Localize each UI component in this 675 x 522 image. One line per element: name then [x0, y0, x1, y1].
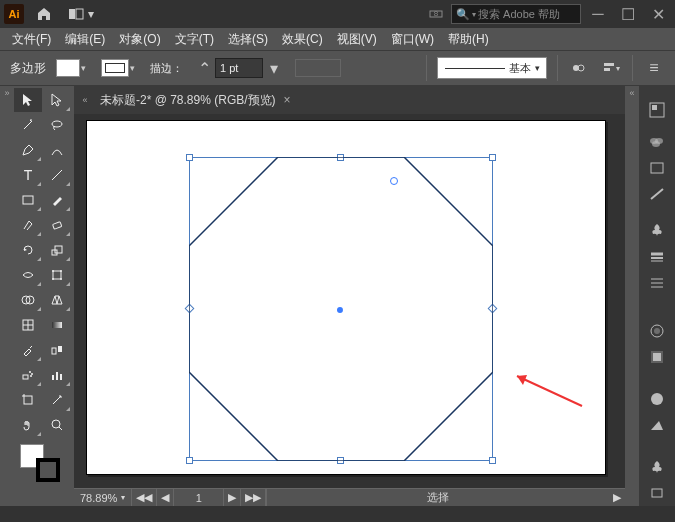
chevron-down-icon: ▾	[121, 493, 125, 502]
magic-wand-tool[interactable]	[14, 113, 42, 137]
align-button[interactable]: ▾	[600, 58, 622, 78]
hand-tool[interactable]	[14, 413, 42, 437]
symbols-panel-icon[interactable]	[639, 217, 675, 243]
lasso-tool[interactable]	[43, 113, 71, 137]
close-button[interactable]: ✕	[645, 4, 671, 24]
menu-help[interactable]: 帮助(H)	[442, 29, 495, 50]
menu-effect[interactable]: 效果(C)	[276, 29, 329, 50]
width-tool[interactable]	[14, 263, 42, 287]
stroke-dropdown-icon[interactable]: ▾	[130, 63, 140, 73]
zoom-tool[interactable]	[43, 413, 71, 437]
curvature-tool[interactable]	[43, 138, 71, 162]
symbol-sprayer-tool[interactable]	[14, 363, 42, 387]
arrange-doc-icon[interactable]: 8	[425, 4, 447, 24]
stroke-decrease[interactable]: ⌃	[193, 58, 215, 78]
scale-tool[interactable]	[43, 238, 71, 262]
direct-selection-tool[interactable]	[43, 88, 71, 112]
fill-swatch[interactable]	[56, 59, 80, 77]
slice-tool[interactable]	[43, 388, 71, 412]
nav-prev-button[interactable]: ◀	[157, 489, 174, 506]
status-selection[interactable]: 选择	[267, 490, 609, 505]
document-tab-title: 未标题-2* @ 78.89% (RGB/预览)	[100, 92, 276, 109]
search-input[interactable]: 🔍 ▾ 搜索 Adobe 帮助	[451, 4, 581, 24]
menu-type[interactable]: 文字(T)	[169, 29, 220, 50]
panel-menu-icon[interactable]: ≡	[643, 58, 665, 78]
zoom-level[interactable]: 78.89% ▾	[74, 489, 132, 506]
nav-next-button[interactable]: ▶	[224, 489, 241, 506]
align-panel-icon[interactable]	[639, 412, 675, 438]
stroke-profile[interactable]	[295, 59, 341, 77]
document-tab-bar: « 未标题-2* @ 78.89% (RGB/预览) ×	[74, 86, 625, 114]
svg-rect-32	[52, 375, 54, 380]
svg-point-19	[60, 278, 62, 280]
pen-tool[interactable]	[14, 138, 42, 162]
pathfinder-panel-icon[interactable]	[639, 454, 675, 480]
tab-close-button[interactable]: ×	[284, 93, 291, 107]
paintbrush-tool[interactable]	[43, 188, 71, 212]
home-button[interactable]	[32, 4, 56, 24]
maximize-button[interactable]: ☐	[615, 4, 641, 24]
nav-last-button[interactable]: ▶▶	[241, 489, 266, 506]
eyedropper-tool[interactable]	[14, 338, 42, 362]
line-tool[interactable]	[43, 163, 71, 187]
graphic-style-preset[interactable]: 基本 ▾	[437, 57, 547, 79]
rectangle-tool[interactable]	[14, 188, 42, 212]
svg-line-39	[59, 427, 62, 430]
artboard[interactable]	[86, 120, 606, 475]
opacity-button[interactable]	[568, 58, 590, 78]
brushes-panel-icon[interactable]	[639, 182, 675, 208]
menu-select[interactable]: 选择(S)	[222, 29, 274, 50]
svg-text:T: T	[24, 168, 33, 182]
panels-toggle[interactable]: «	[625, 86, 639, 100]
rotate-tool[interactable]	[14, 238, 42, 262]
live-corner-widget[interactable]	[390, 177, 398, 185]
transform-panel-icon[interactable]	[639, 480, 675, 506]
free-transform-tool[interactable]	[43, 263, 71, 287]
menu-view[interactable]: 视图(V)	[331, 29, 383, 50]
svg-point-38	[52, 420, 60, 428]
layers-panel-icon[interactable]	[639, 270, 675, 296]
svg-point-17	[60, 270, 62, 272]
svg-rect-12	[53, 222, 62, 229]
properties-panel-icon[interactable]	[639, 92, 675, 127]
appearance-panel-icon[interactable]	[639, 318, 675, 344]
artboard-tool[interactable]	[14, 388, 42, 412]
column-graph-tool[interactable]	[43, 363, 71, 387]
swatches-panel-icon[interactable]	[639, 155, 675, 181]
graphic-styles-panel-icon[interactable]	[639, 344, 675, 370]
color-panel-icon[interactable]	[639, 128, 675, 154]
minimize-button[interactable]: ─	[585, 4, 611, 24]
menu-edit[interactable]: 编辑(E)	[59, 29, 111, 50]
stroke-indicator[interactable]	[36, 458, 60, 482]
tools-toggle[interactable]: »	[0, 86, 14, 100]
artboard-number[interactable]: 1	[174, 489, 224, 506]
stroke-panel-icon[interactable]	[639, 244, 675, 270]
document-tab[interactable]: 未标题-2* @ 78.89% (RGB/预览) ×	[92, 88, 299, 113]
svg-text:8: 8	[434, 9, 439, 18]
status-nav-right[interactable]: ▶	[609, 491, 625, 504]
type-tool[interactable]: T	[14, 163, 42, 187]
menu-window[interactable]: 窗口(W)	[385, 29, 440, 50]
svg-rect-34	[60, 374, 62, 380]
transparency-panel-icon[interactable]	[639, 386, 675, 412]
svg-rect-28	[23, 375, 28, 379]
mesh-tool[interactable]	[14, 313, 42, 337]
canvas-area[interactable]	[74, 114, 625, 488]
menu-file[interactable]: 文件(F)	[6, 29, 57, 50]
stroke-weight-input[interactable]	[215, 58, 263, 78]
selection-tool[interactable]	[14, 88, 42, 112]
nav-first-button[interactable]: ◀◀	[132, 489, 157, 506]
gradient-tool[interactable]	[43, 313, 71, 337]
workspace-switcher[interactable]: ▾	[68, 7, 94, 21]
stroke-swatch[interactable]	[101, 59, 129, 77]
eraser-tool[interactable]	[43, 213, 71, 237]
shaper-tool[interactable]	[14, 213, 42, 237]
blend-tool[interactable]	[43, 338, 71, 362]
perspective-tool[interactable]	[43, 288, 71, 312]
fill-stroke-indicator[interactable]	[14, 442, 70, 482]
shape-builder-tool[interactable]	[14, 288, 42, 312]
fill-dropdown-icon[interactable]: ▾	[81, 63, 91, 73]
menu-object[interactable]: 对象(O)	[113, 29, 166, 50]
tab-nav-left[interactable]: «	[78, 93, 92, 107]
stroke-weight-dropdown[interactable]: ▾	[263, 58, 285, 78]
